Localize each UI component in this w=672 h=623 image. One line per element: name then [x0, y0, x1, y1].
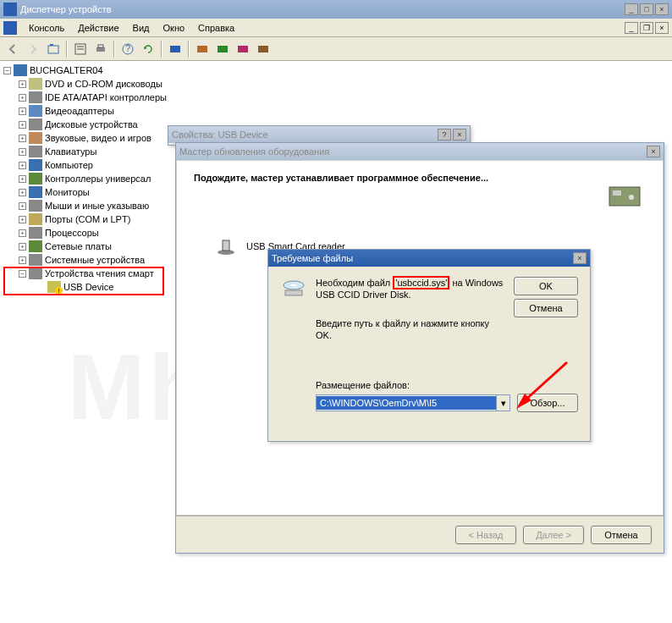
- tree-node[interactable]: +Мыши и иные указываю: [3, 199, 181, 212]
- tree-node[interactable]: +DVD и CD-ROM дисководы: [3, 77, 181, 91]
- refresh-button[interactable]: [139, 40, 157, 58]
- tree-node[interactable]: +Дисковые устройства: [3, 118, 181, 131]
- device-category-icon: [29, 91, 42, 103]
- cancel-button[interactable]: Отмена: [514, 299, 578, 317]
- path-value[interactable]: C:\WINDOWS\OemDrv\M\I5: [317, 396, 496, 410]
- tree-node-label[interactable]: Дисковые устройства: [45, 118, 138, 131]
- tree-node-label[interactable]: Видеоадаптеры: [45, 104, 114, 118]
- menu-help[interactable]: Справка: [191, 21, 241, 35]
- tree-node[interactable]: +Контроллеры универсал: [3, 172, 181, 185]
- properties-button[interactable]: [71, 40, 90, 58]
- expand-icon[interactable]: +: [19, 94, 26, 102]
- tree-root[interactable]: − BUCHGALTER04: [3, 63, 181, 77]
- device-category-icon: [29, 227, 42, 239]
- annotation-arrow: [508, 358, 576, 417]
- tree-node[interactable]: +Видеоадаптеры: [3, 104, 181, 118]
- expand-icon[interactable]: +: [19, 108, 26, 115]
- inner-restore-button[interactable]: ❐: [640, 22, 653, 34]
- tree-node-label[interactable]: Компьютер: [45, 158, 93, 172]
- device-category-icon: [29, 119, 42, 130]
- main-titlebar: Диспетчер устройств _ □ ×: [0, 0, 672, 19]
- tree-node[interactable]: +Мониторы: [3, 185, 181, 199]
- scan-button[interactable]: [166, 40, 185, 58]
- back-button[interactable]: [3, 40, 22, 58]
- expand-icon[interactable]: +: [19, 216, 26, 223]
- inner-close-button[interactable]: ×: [655, 22, 669, 34]
- tree-node-label[interactable]: Сетевые платы: [45, 240, 112, 253]
- maximize-button[interactable]: □: [640, 3, 653, 15]
- expand-icon[interactable]: +: [19, 189, 26, 196]
- close-button[interactable]: ×: [647, 146, 660, 157]
- expand-icon[interactable]: +: [19, 80, 26, 88]
- path-dropdown[interactable]: C:\WINDOWS\OemDrv\M\I5 ▾: [316, 394, 510, 411]
- expand-icon[interactable]: +: [19, 135, 26, 142]
- menubar: Консоль Действие Вид Окно Справка _ ❐ ×: [0, 19, 672, 37]
- close-button[interactable]: ×: [573, 252, 587, 264]
- tree-node-label[interactable]: Мониторы: [45, 185, 90, 199]
- tree-node[interactable]: +Процессоры: [3, 226, 181, 240]
- menu-console[interactable]: Консоль: [22, 21, 71, 35]
- tree-node[interactable]: +Компьютер: [3, 158, 181, 172]
- help-button[interactable]: ?: [118, 40, 137, 58]
- svg-point-16: [629, 195, 634, 200]
- tree-node-label[interactable]: Клавиатуры: [45, 145, 96, 158]
- expand-icon[interactable]: +: [19, 175, 26, 183]
- tree-node-label[interactable]: IDE ATA/ATAPI контроллеры: [45, 91, 167, 104]
- expand-icon[interactable]: +: [19, 148, 26, 156]
- tree-node[interactable]: +Порты (COM и LPT): [3, 212, 181, 226]
- tool4-button[interactable]: [254, 40, 273, 58]
- tree-root-label[interactable]: BUCHGALTER04: [30, 63, 103, 77]
- tree-node[interactable]: +Клавиатуры: [3, 145, 181, 158]
- expand-icon[interactable]: +: [19, 162, 26, 169]
- menu-window[interactable]: Окно: [157, 21, 192, 35]
- required-file-text: Необходим файл 'usbccid.sys' на Windows …: [316, 277, 505, 341]
- device-category-icon: [29, 105, 42, 117]
- tree-node-label[interactable]: Процессоры: [45, 226, 99, 240]
- close-button[interactable]: ×: [453, 129, 466, 141]
- tree-node-label[interactable]: Мыши и иные указываю: [45, 199, 149, 212]
- ok-button[interactable]: OK: [514, 277, 578, 295]
- tree-node-label[interactable]: Звуковые, видео и игров: [45, 131, 151, 145]
- minimize-button[interactable]: _: [625, 3, 638, 15]
- next-button: Далее >: [523, 526, 584, 544]
- wizard-titlebar[interactable]: Мастер обновления оборудования ×: [176, 143, 664, 160]
- close-button[interactable]: ×: [655, 3, 669, 15]
- svg-line-22: [523, 362, 567, 402]
- tree-node-label[interactable]: Контроллеры универсал: [45, 172, 151, 185]
- required-files-titlebar[interactable]: Требуемые файлы ×: [268, 250, 590, 267]
- back-button: < Назад: [455, 526, 516, 544]
- forward-button[interactable]: [24, 40, 42, 58]
- device-category-icon: [29, 159, 42, 171]
- device-category-icon: [29, 173, 42, 185]
- properties-title: Свойства: USB Device: [172, 130, 268, 140]
- device-category-icon: [29, 78, 42, 90]
- expand-icon[interactable]: +: [19, 229, 26, 237]
- tool1-button[interactable]: [193, 40, 212, 58]
- tree-node[interactable]: +IDE ATA/ATAPI контроллеры: [3, 91, 181, 104]
- expand-icon[interactable]: +: [19, 121, 26, 129]
- tool3-button[interactable]: [234, 40, 252, 58]
- tree-node-label[interactable]: Системные устройства: [45, 253, 145, 267]
- tree-node[interactable]: +Системные устройства: [3, 253, 181, 267]
- tool2-button[interactable]: [213, 40, 232, 58]
- up-button[interactable]: [44, 40, 63, 58]
- properties-titlebar[interactable]: Свойства: USB Device ? ×: [168, 126, 470, 143]
- menu-view[interactable]: Вид: [126, 21, 157, 35]
- tree-node-label[interactable]: Порты (COM и LPT): [45, 212, 130, 226]
- tree-node[interactable]: +Звуковые, видео и игров: [3, 131, 181, 145]
- help-button-small[interactable]: ?: [438, 129, 451, 141]
- device-category-icon: [29, 213, 42, 225]
- collapse-icon[interactable]: −: [3, 67, 11, 74]
- expand-icon[interactable]: +: [19, 256, 26, 264]
- svg-rect-12: [238, 46, 248, 52]
- cancel-button[interactable]: Отмена: [591, 526, 652, 544]
- expand-icon[interactable]: +: [19, 243, 26, 251]
- wizard-title: Мастер обновления оборудования: [179, 146, 329, 157]
- tree-node-label[interactable]: DVD и CD-ROM дисководы: [45, 77, 162, 91]
- menu-action[interactable]: Действие: [71, 21, 125, 35]
- inner-minimize-button[interactable]: _: [625, 22, 638, 34]
- expand-icon[interactable]: +: [19, 202, 26, 210]
- tree-node[interactable]: +Сетевые платы: [3, 240, 181, 253]
- disk-icon: [280, 277, 307, 297]
- print-button[interactable]: [91, 40, 110, 58]
